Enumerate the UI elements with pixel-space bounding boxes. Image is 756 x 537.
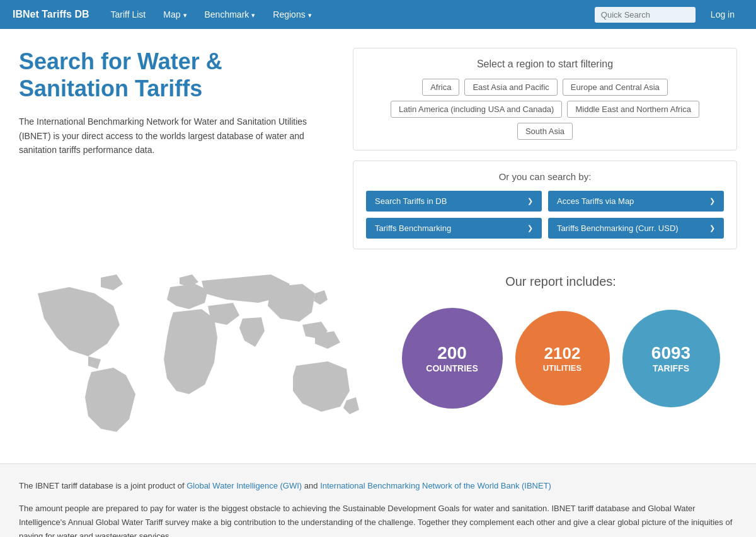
chevron-right-icon-2: ❯ [709, 197, 715, 205]
stats-circles: 200 COUNTRIES 2102 UTILITIES 6093 TARIFF… [402, 308, 720, 409]
footer-paragraph-1: The IBNET tariff database is a joint pro… [19, 479, 737, 493]
access-tariffs-map-button[interactable]: Acces Tariffs via Map ❯ [548, 191, 724, 212]
world-section: Our report includes: 200 COUNTRIES 2102 … [0, 262, 756, 463]
footer-link-ibnet[interactable]: International Benchmarking Network of th… [320, 481, 551, 490]
footer-section: The IBNET tariff database is a joint pro… [0, 463, 756, 537]
region-filter-box: Select a region to start filtering Afric… [353, 48, 737, 150]
page-description: The International Benchmarking Network f… [19, 115, 334, 157]
stat-countries-value: 200 [426, 342, 478, 364]
stat-tariffs-label: TARIFFS [651, 363, 690, 374]
stat-utilities-value: 2102 [543, 344, 581, 363]
region-south-asia[interactable]: South Asia [517, 123, 573, 140]
nav-search-container [595, 7, 696, 23]
tariffs-benchmarking-button[interactable]: Tariffs Benchmarking ❯ [366, 218, 542, 239]
stat-tariffs: 6093 TARIFFS [622, 310, 720, 407]
stat-tariffs-value: 6093 [651, 342, 690, 364]
world-map-svg [19, 268, 365, 444]
page-title: Search for Water &Sanitation Tariffs [19, 48, 334, 102]
nav-map[interactable]: Map [154, 0, 195, 29]
stat-countries-label: COUNTRIES [426, 363, 478, 374]
stat-utilities-label: UTILITIES [543, 363, 581, 373]
region-europe[interactable]: Europe and Central Asia [563, 79, 668, 96]
footer-text-prefix: The IBNET tariff database is a joint pro… [19, 481, 186, 490]
region-east-asia[interactable]: East Asia and Pacific [464, 79, 557, 96]
nav-map-caret [183, 9, 187, 20]
chevron-right-icon-3: ❯ [527, 224, 533, 232]
stat-utilities: 2102 UTILITIES [515, 311, 610, 405]
search-tariffs-db-button[interactable]: Search Tariffs in DB ❯ [366, 191, 542, 212]
nav-login[interactable]: Log in [702, 9, 743, 20]
footer-paragraph-2: The amount people are prepared to pay fo… [19, 502, 737, 537]
search-buttons-grid: Search Tariffs in DB ❯ Acces Tariffs via… [366, 191, 724, 239]
nav-brand: IBNet Tariffs DB [13, 9, 89, 20]
nav-benchmark[interactable]: Benchmark [196, 0, 265, 29]
left-panel: Search for Water &Sanitation Tariffs The… [19, 48, 334, 249]
right-panel: Select a region to start filtering Afric… [353, 48, 737, 249]
region-filter-title: Select a region to start filtering [366, 59, 724, 70]
tariffs-benchmarking-usd-button[interactable]: Tariffs Benchmarking (Curr. USD) ❯ [548, 218, 724, 239]
chevron-right-icon: ❯ [527, 197, 533, 205]
region-buttons: Africa East Asia and Pacific Europe and … [366, 79, 724, 140]
search-methods-box: Or you can search by: Search Tariffs in … [353, 161, 737, 249]
stats-panel: Our report includes: 200 COUNTRIES 2102 … [384, 268, 737, 409]
footer-link-gwi[interactable]: Global Water Intelligence (GWI) [186, 481, 302, 490]
nav-benchmark-caret [251, 9, 255, 20]
navbar: IBNet Tariffs DB Tariff List Map Benchma… [0, 0, 756, 29]
nav-regions-caret [308, 9, 312, 20]
stat-countries: 200 COUNTRIES [402, 308, 503, 409]
search-input[interactable] [595, 7, 696, 23]
chevron-right-icon-4: ❯ [709, 224, 715, 232]
region-africa[interactable]: Africa [422, 79, 459, 96]
nav-regions[interactable]: Regions [264, 0, 320, 29]
stats-title: Our report includes: [505, 274, 616, 289]
world-map-container [19, 268, 365, 444]
region-latin-america[interactable]: Latin America (including USA and Canada) [391, 101, 562, 118]
search-methods-title: Or you can search by: [366, 171, 724, 182]
footer-text-mid: and [302, 481, 320, 490]
main-content: Search for Water &Sanitation Tariffs The… [0, 29, 756, 262]
nav-tariff-list[interactable]: Tariff List [102, 0, 155, 29]
region-middle-east[interactable]: Middle East and Northern Africa [567, 101, 699, 118]
